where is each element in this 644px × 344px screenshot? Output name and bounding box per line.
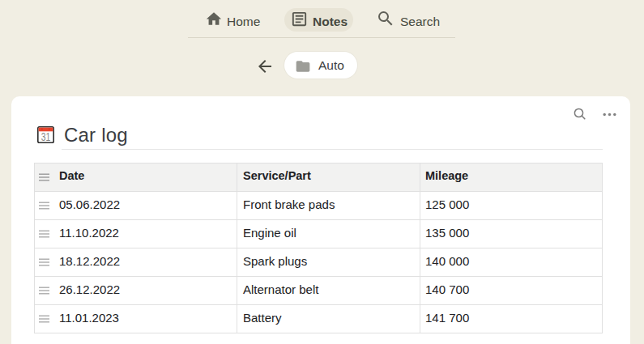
- svg-text:31: 31: [41, 130, 51, 143]
